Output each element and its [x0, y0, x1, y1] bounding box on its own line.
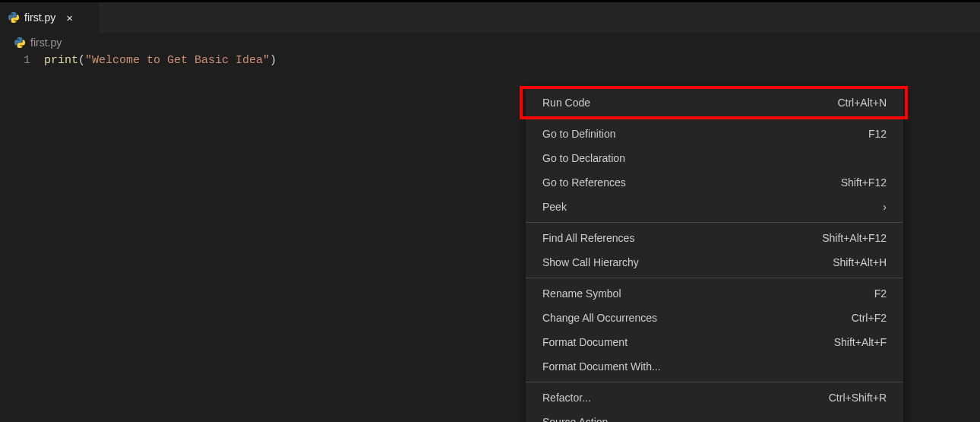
menu-item-format-document-with[interactable]: Format Document With... — [526, 354, 903, 379]
menu-item-peek[interactable]: Peek › — [526, 195, 903, 219]
menu-label: Go to Declaration — [542, 152, 625, 164]
tab-bar: first.py × — [0, 2, 980, 33]
menu-shortcut: Shift+F12 — [841, 176, 887, 189]
menu-shortcut: F12 — [868, 128, 887, 140]
menu-label: Find All References — [542, 232, 634, 244]
menu-item-source-action[interactable]: Source Action... — [526, 410, 903, 422]
menu-shortcut: Shift+Alt+H — [833, 256, 887, 268]
menu-item-find-all-references[interactable]: Find All References Shift+Alt+F12 — [526, 226, 903, 250]
code-editor[interactable]: 1 print("Welcome to Get Basic Idea") — [0, 52, 980, 67]
menu-separator — [526, 382, 903, 382]
chevron-right-icon: › — [883, 201, 887, 213]
menu-item-format-document[interactable]: Format Document Shift+Alt+F — [526, 330, 903, 354]
token-function: print — [44, 54, 78, 67]
menu-shortcut: Ctrl+Shift+R — [829, 392, 887, 404]
menu-label: Format Document With... — [542, 360, 661, 373]
editor-tab[interactable]: first.py × — [0, 2, 99, 33]
menu-label: Refactor... — [542, 392, 591, 404]
line-number: 1 — [0, 54, 44, 67]
menu-label: Show Call Hierarchy — [542, 256, 639, 268]
tab-filename: first.py — [24, 11, 55, 24]
menu-shortcut: Ctrl+F2 — [852, 312, 887, 324]
menu-shortcut: Shift+Alt+F12 — [822, 232, 887, 244]
menu-item-rename-symbol[interactable]: Rename Symbol F2 — [526, 281, 903, 306]
menu-item-show-call-hierarchy[interactable]: Show Call Hierarchy Shift+Alt+H — [526, 250, 903, 274]
menu-label: Change All Occurrences — [542, 312, 657, 324]
menu-shortcut: F2 — [874, 287, 887, 300]
menu-separator — [526, 118, 903, 119]
menu-label: Source Action... — [542, 416, 617, 422]
token-string: "Welcome to Get Basic Idea" — [85, 54, 270, 67]
menu-item-go-to-references[interactable]: Go to References Shift+F12 — [526, 170, 903, 195]
menu-shortcut: Ctrl+Alt+N — [837, 97, 887, 109]
code-line[interactable]: 1 print("Welcome to Get Basic Idea") — [0, 54, 980, 67]
menu-separator — [526, 278, 903, 278]
close-icon[interactable]: × — [66, 12, 73, 24]
menu-label: Go to References — [542, 176, 626, 189]
menu-label: Run Code — [542, 97, 590, 109]
menu-separator — [526, 222, 903, 223]
menu-item-refactor[interactable]: Refactor... Ctrl+Shift+R — [526, 386, 903, 410]
menu-item-run-code[interactable]: Run Code Ctrl+Alt+N — [526, 90, 903, 115]
menu-item-change-all-occurrences[interactable]: Change All Occurrences Ctrl+F2 — [526, 306, 903, 330]
breadcrumb-filename: first.py — [30, 36, 62, 49]
token-paren-open: ( — [78, 54, 85, 67]
python-icon — [14, 36, 26, 49]
menu-shortcut: Shift+Alt+F — [834, 336, 887, 348]
breadcrumb[interactable]: first.py — [0, 33, 980, 52]
code-content[interactable]: print("Welcome to Get Basic Idea") — [44, 54, 277, 67]
menu-label: Peek — [542, 201, 567, 213]
menu-label: Format Document — [542, 336, 628, 348]
python-icon — [8, 11, 20, 24]
menu-item-go-to-definition[interactable]: Go to Definition F12 — [526, 122, 903, 146]
token-paren-close: ) — [270, 54, 277, 67]
menu-item-go-to-declaration[interactable]: Go to Declaration — [526, 146, 903, 170]
context-menu: Run Code Ctrl+Alt+N Go to Definition F12… — [526, 89, 903, 422]
menu-label: Go to Definition — [542, 128, 616, 140]
menu-label: Rename Symbol — [542, 287, 621, 300]
